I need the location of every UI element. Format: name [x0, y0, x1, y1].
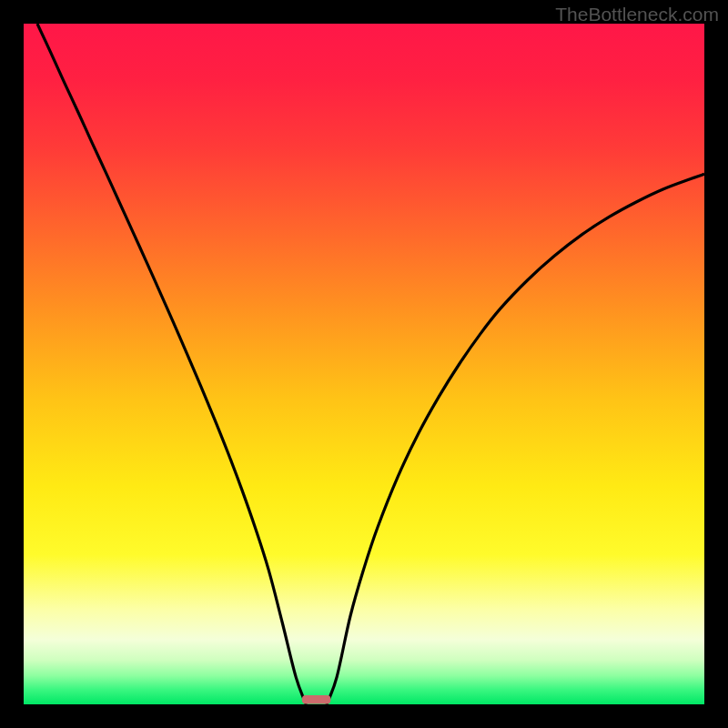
minimum-marker: [302, 695, 330, 704]
chart-frame: TheBottleneck.com: [0, 0, 728, 728]
attribution-label: TheBottleneck.com: [555, 4, 719, 25]
gradient-chart: [24, 24, 704, 704]
gradient-background: [24, 24, 704, 704]
plot-area: [24, 24, 704, 704]
